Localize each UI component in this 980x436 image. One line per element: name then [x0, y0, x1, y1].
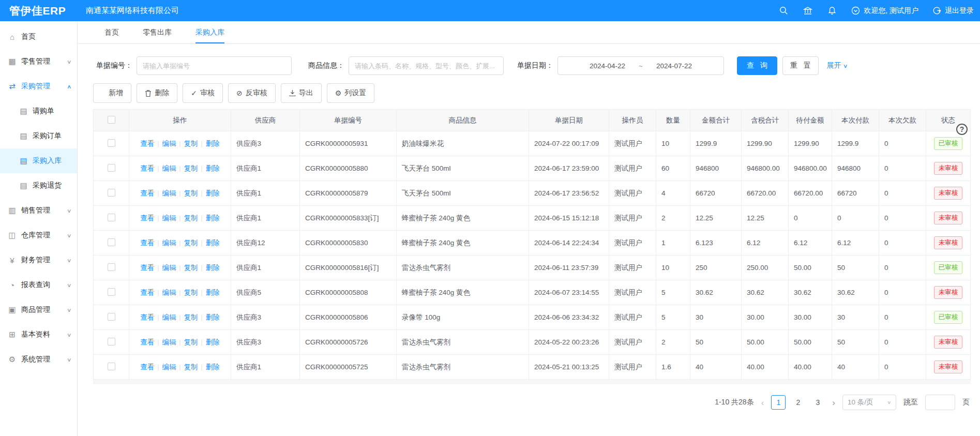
- column-header[interactable]: 本次欠款: [879, 110, 926, 131]
- copy-link[interactable]: 复制: [176, 239, 198, 247]
- view-link[interactable]: 查看: [140, 164, 154, 172]
- delete-button[interactable]: 删除: [137, 83, 177, 103]
- edit-link[interactable]: 编辑: [154, 164, 176, 172]
- delete-link[interactable]: 删除: [198, 313, 220, 321]
- sidebar-item-basic-data[interactable]: ⊞ 基本资料: [0, 322, 77, 347]
- prev-page-icon[interactable]: ‹: [761, 398, 764, 407]
- search-button[interactable]: 查 询: [737, 56, 777, 75]
- delete-link[interactable]: 删除: [198, 338, 220, 346]
- row-checkbox[interactable]: [108, 139, 115, 147]
- edit-link[interactable]: 编辑: [154, 214, 176, 222]
- view-link[interactable]: 查看: [140, 289, 154, 296]
- edit-link[interactable]: 编辑: [154, 264, 176, 272]
- copy-link[interactable]: 复制: [176, 363, 198, 371]
- row-checkbox[interactable]: [108, 313, 115, 321]
- copy-link[interactable]: 复制: [176, 313, 198, 321]
- reset-button[interactable]: 重 置: [782, 56, 819, 75]
- column-header[interactable]: 金额合计: [690, 110, 742, 131]
- column-header[interactable]: 商品信息: [397, 110, 529, 131]
- tab[interactable]: 零售出库: [143, 21, 172, 43]
- column-header[interactable]: 单据编号: [300, 110, 397, 131]
- view-link[interactable]: 查看: [140, 363, 154, 371]
- sidebar-item-reports[interactable]: ◔ 报表查询: [0, 273, 77, 297]
- view-link[interactable]: 查看: [140, 140, 154, 147]
- view-link[interactable]: 查看: [140, 313, 154, 321]
- sidebar-item-finance[interactable]: ¥ 财务管理: [0, 248, 77, 273]
- row-checkbox[interactable]: [108, 164, 115, 172]
- row-checkbox[interactable]: [108, 238, 115, 246]
- expand-filters-link[interactable]: 展开 ∨: [827, 61, 847, 70]
- delete-link[interactable]: 删除: [198, 140, 220, 147]
- edit-link[interactable]: 编辑: [154, 140, 176, 147]
- page-number[interactable]: 2: [791, 395, 805, 410]
- edit-link[interactable]: 编辑: [154, 363, 176, 371]
- search-icon[interactable]: [778, 6, 789, 16]
- unaudit-button[interactable]: ⊘ 反审核: [228, 83, 276, 103]
- column-header[interactable]: 单据日期: [529, 110, 609, 131]
- edit-link[interactable]: 编辑: [154, 313, 176, 321]
- sidebar-item-sales[interactable]: ▥ 销售管理: [0, 198, 77, 223]
- select-all-checkbox[interactable]: [108, 116, 115, 124]
- row-checkbox[interactable]: [108, 263, 115, 271]
- delete-link[interactable]: 删除: [198, 239, 220, 247]
- export-button[interactable]: 导出: [281, 83, 322, 103]
- product-info-input[interactable]: [349, 56, 504, 75]
- copy-link[interactable]: 复制: [176, 140, 198, 147]
- horizontal-scrollbar[interactable]: [93, 380, 971, 384]
- edit-link[interactable]: 编辑: [154, 239, 176, 247]
- bank-icon[interactable]: [803, 6, 813, 16]
- date-range-picker[interactable]: 2024-04-22 ~ 2024-07-22: [557, 56, 724, 75]
- jump-to-page-input[interactable]: [925, 395, 955, 410]
- delete-link[interactable]: 删除: [198, 264, 220, 272]
- add-button[interactable]: + 新增: [93, 83, 131, 103]
- edit-link[interactable]: 编辑: [154, 189, 176, 197]
- column-header[interactable]: 供应商: [231, 110, 300, 131]
- copy-link[interactable]: 复制: [176, 214, 198, 222]
- column-header[interactable]: 含税合计: [742, 110, 789, 131]
- date-end[interactable]: 2024-07-22: [656, 62, 692, 70]
- tab[interactable]: 首页: [104, 21, 119, 43]
- help-icon[interactable]: [956, 124, 968, 135]
- date-start[interactable]: 2024-04-22: [590, 62, 625, 70]
- user-menu[interactable]: 欢迎您, 测试用户: [851, 6, 918, 16]
- column-header[interactable]: 操作: [129, 110, 231, 131]
- row-checkbox[interactable]: [108, 288, 115, 296]
- copy-link[interactable]: 复制: [176, 289, 198, 296]
- view-link[interactable]: 查看: [140, 214, 154, 222]
- copy-link[interactable]: 复制: [176, 189, 198, 197]
- row-checkbox[interactable]: [108, 189, 115, 197]
- logout-button[interactable]: 退出登录: [932, 6, 974, 16]
- delete-link[interactable]: 删除: [198, 289, 220, 296]
- notification-bell-icon[interactable]: [827, 6, 837, 16]
- sidebar-item-purchase-return[interactable]: ▤ 采购退货: [0, 173, 77, 198]
- sidebar-item-purchase-inbound[interactable]: ▤ 采购入库: [0, 148, 77, 173]
- sidebar-item-goods[interactable]: ▣ 商品管理: [0, 297, 77, 322]
- edit-link[interactable]: 编辑: [154, 338, 176, 346]
- column-settings-button[interactable]: ⚙ 列设置: [327, 83, 375, 103]
- view-link[interactable]: 查看: [140, 264, 154, 272]
- delete-link[interactable]: 删除: [198, 164, 220, 172]
- delete-link[interactable]: 删除: [198, 214, 220, 222]
- audit-button[interactable]: ✓ 审核: [183, 83, 223, 103]
- column-header[interactable]: 操作员: [609, 110, 656, 131]
- bill-no-input[interactable]: [137, 56, 292, 75]
- column-header[interactable]: 数量: [656, 110, 690, 131]
- delete-link[interactable]: 删除: [198, 189, 220, 197]
- next-page-icon[interactable]: ›: [832, 398, 835, 407]
- copy-link[interactable]: 复制: [176, 164, 198, 172]
- sidebar-item-home[interactable]: ⌂ 首页: [0, 24, 77, 49]
- view-link[interactable]: 查看: [140, 338, 154, 346]
- column-header[interactable]: 本次付款: [832, 110, 879, 131]
- sidebar-item-retail[interactable]: ▦ 零售管理: [0, 49, 77, 74]
- view-link[interactable]: 查看: [140, 239, 154, 247]
- column-header[interactable]: 待付金额: [789, 110, 832, 131]
- sidebar-item-warehouse[interactable]: ◫ 仓库管理: [0, 223, 77, 248]
- sidebar-item-purchase[interactable]: ⇄ 采购管理: [0, 74, 77, 99]
- copy-link[interactable]: 复制: [176, 338, 198, 346]
- delete-link[interactable]: 删除: [198, 363, 220, 371]
- row-checkbox[interactable]: [108, 338, 115, 345]
- page-number[interactable]: 1: [771, 395, 786, 410]
- sidebar-item-purchase-order[interactable]: ▤ 采购订单: [0, 124, 77, 148]
- edit-link[interactable]: 编辑: [154, 289, 176, 296]
- row-checkbox[interactable]: [108, 363, 115, 370]
